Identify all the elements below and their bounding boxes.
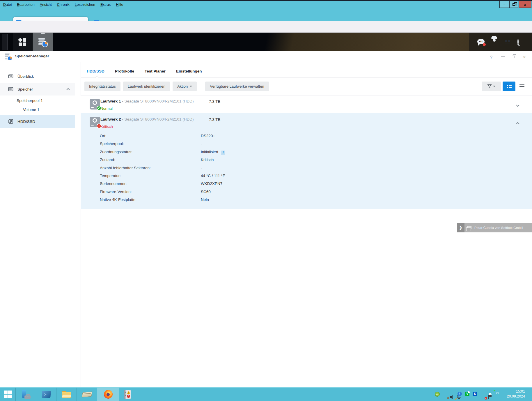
- sidebar-item-speicherpool-1[interactable]: Speicherpool 1: [0, 96, 75, 105]
- teamviewer-session-label: Petar Čubela von Softbox GmbH: [474, 226, 523, 229]
- toolbar-divider: [201, 83, 201, 90]
- action-dropdown-button[interactable]: Aktion: [173, 82, 197, 91]
- list-view-button-active[interactable]: [503, 82, 515, 91]
- tray-sophos-icon[interactable]: S: [473, 392, 478, 397]
- dsm-search-button[interactable]: [517, 39, 519, 45]
- taskbar-firefox-app[interactable]: [97, 388, 119, 401]
- detail-value: SC60: [201, 190, 211, 194]
- detail-row-temperatur: Temperatur: 44 °C / 111 °F: [81, 174, 532, 180]
- detail-value: Nein: [201, 197, 209, 202]
- button-label: Verfügbare Laufwerke verwalten: [210, 84, 264, 89]
- drive-status: Normal: [100, 106, 113, 111]
- collapse-chevron-up-icon[interactable]: [517, 121, 519, 126]
- filter-button[interactable]: [482, 82, 501, 91]
- dsm-restore-button[interactable]: [510, 53, 517, 60]
- sidebar-item-speicher[interactable]: Speicher: [0, 83, 75, 96]
- chat-bubble-icon: •••: [477, 39, 485, 44]
- restore-icon: [513, 3, 515, 6]
- sidebar-item-label: Volume 1: [23, 107, 39, 112]
- sidebar-item-ueberblick[interactable]: Überblick: [0, 70, 75, 83]
- dsm-taskbar-storage-manager[interactable]: [33, 33, 53, 51]
- drive-icon: ✓: [90, 99, 100, 109]
- info-badge-icon[interactable]: i: [221, 151, 225, 155]
- detail-label: Firmware-Version:: [100, 190, 132, 194]
- menu-datei[interactable]: Datei: [1, 3, 14, 7]
- menu-lesezeichen[interactable]: Lesezeichen: [73, 3, 97, 7]
- sidebar-item-volume-1[interactable]: Volume 1: [0, 105, 75, 114]
- taskbar-clock[interactable]: 15:01 20.09.2024: [501, 389, 529, 399]
- taskbar-scanner-app[interactable]: [77, 388, 97, 401]
- tab-hdd-ssd[interactable]: HDD/SSD: [87, 69, 104, 73]
- folder-icon: [62, 391, 71, 398]
- window-minimize-button[interactable]: –: [499, 1, 509, 8]
- menu-hilfe[interactable]: Hilfe: [114, 3, 125, 7]
- list-top-divider: [81, 95, 532, 96]
- taskbar-powershell-app[interactable]: >_: [36, 388, 56, 401]
- teamviewer-expand-button[interactable]: ❯: [457, 223, 464, 232]
- detail-row-firmware: Firmware-Version: SC60: [81, 190, 532, 196]
- drive-row-laufwerk-1[interactable]: ✓ Laufwerk 1 - Seagate ST8000VN004-2M210…: [81, 96, 532, 113]
- drive-model: - Seagate ST8000VN004-2M2101 (HDD): [122, 99, 194, 103]
- storage-manager-titlebar[interactable]: [0, 51, 532, 62]
- teamviewer-session-bar[interactable]: Petar Čubela von Softbox GmbH: [464, 223, 532, 232]
- tray-notification-balloon-icon[interactable]: !: [457, 392, 463, 397]
- monitor-icon: [467, 226, 471, 229]
- search-icon: [517, 39, 519, 45]
- list-view-icon: [507, 85, 512, 88]
- sidebar-item-label: Speicherpool 1: [17, 98, 43, 103]
- start-button[interactable]: [0, 388, 16, 401]
- dsm-minimize-button[interactable]: [499, 53, 506, 60]
- drive-icon: !: [90, 117, 100, 127]
- menu-chronik[interactable]: Chronik: [55, 3, 72, 7]
- window-restore-button[interactable]: [509, 1, 518, 8]
- storage-manager-app-icon: [5, 53, 12, 60]
- notification-badge: [483, 43, 486, 46]
- detail-row-seriennummer: Seriennummer: WKD2XPN7: [81, 181, 532, 188]
- button-label: Integritätsstatus: [89, 84, 116, 89]
- drive-row-laufwerk-2[interactable]: ! Laufwerk 2 - Seagate ST8000VN004-2M210…: [81, 113, 532, 209]
- detail-row-fehlerhafte-sektoren: Anzahl fehlerhafter Sektoren: -: [81, 166, 532, 172]
- identify-drive-button[interactable]: Laufwerk identifizieren: [123, 82, 170, 91]
- compact-view-button[interactable]: [517, 82, 527, 91]
- tray-teamviewer-icon[interactable]: [495, 392, 501, 397]
- tab-einstellungen[interactable]: Einstellungen: [176, 69, 202, 73]
- taskbar-file-explorer-app[interactable]: [56, 388, 77, 401]
- dsm-main-menu-button[interactable]: [13, 33, 32, 51]
- menu-bearbeiten[interactable]: Bearbeiten: [15, 3, 36, 7]
- expand-chevron-down-icon[interactable]: [517, 102, 519, 107]
- sidebar-item-hdd-ssd[interactable]: HDD/SSD: [0, 115, 75, 128]
- scanner-icon: [81, 391, 93, 397]
- tab-protokolle[interactable]: Protokolle: [115, 69, 134, 73]
- menu-extras[interactable]: Extras: [98, 3, 113, 7]
- taskbar-admin-toolbox-app[interactable]: [16, 388, 36, 401]
- drive-toolbar: Integritätsstatus Laufwerk identifiziere…: [84, 82, 269, 91]
- drive-name: Laufwerk 2 - Seagate ST8000VN004-2M2101 …: [100, 117, 194, 121]
- detail-row-zuordnungsstatus: Zuordnungsstatus: Initialisierti: [81, 150, 532, 156]
- tray-sbs-icon[interactable]: sbs: [435, 392, 440, 397]
- teamviewer-panel[interactable]: ❯ Petar Čubela von Softbox GmbH: [457, 223, 532, 232]
- tray-veeam-icon[interactable]: V: [465, 392, 470, 397]
- dsm-help-button[interactable]: ?: [488, 53, 495, 60]
- dsm-close-button[interactable]: ×: [521, 53, 528, 60]
- taskbar-log-notebook-app[interactable]: !✕: [119, 388, 136, 401]
- window-close-button[interactable]: x: [519, 1, 531, 8]
- tab-test-planer[interactable]: Test Planer: [145, 69, 166, 73]
- dsm-show-desktop-button[interactable]: [2, 34, 8, 50]
- sidebar-item-label: HDD/SSD: [17, 119, 35, 124]
- tray-java-icon[interactable]: [488, 392, 493, 397]
- detail-row-speicherpool: Speicherpool: -: [81, 142, 532, 148]
- dsm-notifications-button[interactable]: •••: [477, 39, 485, 44]
- detail-value: Initialisierti: [201, 150, 225, 155]
- detail-label: Temperatur:: [100, 174, 121, 178]
- manage-available-drives-button[interactable]: Verfügbare Laufwerke verwalten: [205, 82, 269, 91]
- detail-label: Zuordnungsstatus:: [100, 150, 132, 154]
- detail-label: Seriennummer:: [100, 181, 127, 186]
- menu-ansicht[interactable]: Ansicht: [38, 3, 54, 7]
- drive-name: Laufwerk 1 - Seagate ST8000VN004-2M2101 …: [100, 99, 194, 103]
- detail-row-ort: Ort: DS220+: [81, 134, 532, 140]
- detail-value: 44 °C / 111 °F: [201, 174, 225, 178]
- windows-logo-icon: [4, 391, 12, 398]
- drive-model: - Seagate ST8000VN004-2M2101 (HDD): [122, 117, 194, 121]
- health-status-button[interactable]: Integritätsstatus: [84, 82, 120, 91]
- minimize-icon: [501, 56, 505, 57]
